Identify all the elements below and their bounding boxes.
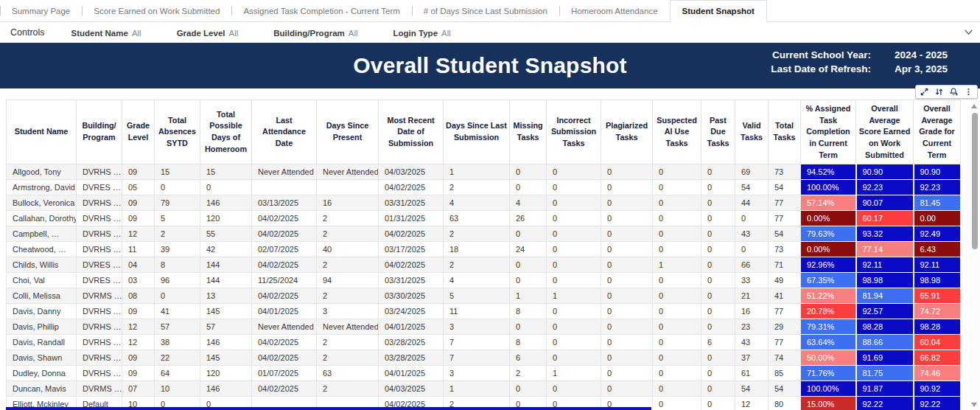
table-cell[interactable]: 145 xyxy=(200,304,252,319)
scrollbar-thumb[interactable] xyxy=(972,113,978,249)
table-cell[interactable]: DVRHS … xyxy=(77,242,122,257)
table-cell[interactable]: 4 xyxy=(444,273,510,288)
table-cell[interactable]: 85 xyxy=(769,366,801,381)
table-cell[interactable]: DVRHS … xyxy=(77,366,122,381)
column-header-overall-average-grade-for-current-term[interactable]: Overall Average Grade for Current Term xyxy=(914,100,961,164)
table-cell[interactable]: 144 xyxy=(200,257,252,273)
table-cell[interactable]: Davis, Randall xyxy=(7,335,77,350)
table-cell[interactable]: Never Attended xyxy=(317,319,379,335)
table-cell[interactable]: 120 xyxy=(200,211,252,226)
table-cell[interactable]: 04/03/2025 xyxy=(379,164,444,180)
scroll-down-icon[interactable] xyxy=(971,403,977,407)
metric-cell[interactable]: 91.87 xyxy=(856,381,914,397)
table-cell[interactable]: 0 xyxy=(547,257,601,273)
table-cell[interactable]: 0 xyxy=(601,195,653,211)
table-cell[interactable]: 09 xyxy=(122,211,155,226)
table-cell[interactable]: 0 xyxy=(601,257,653,273)
table-cell[interactable]: 18 xyxy=(444,242,510,257)
vertical-scrollbar[interactable] xyxy=(970,101,979,410)
table-cell[interactable]: 04/03/2025 xyxy=(379,381,444,397)
table-cell[interactable]: 21 xyxy=(735,288,769,304)
table-cell[interactable]: DVRHS … xyxy=(77,319,122,335)
table-cell[interactable]: DVRES … xyxy=(77,180,122,195)
table-cell[interactable]: DVRHS … xyxy=(77,164,122,180)
table-cell[interactable]: DVRMS … xyxy=(77,288,122,304)
table-cell[interactable]: 10 xyxy=(155,381,200,397)
column-header-incorrect-submission-tasks[interactable]: Incorrect Submission Tasks xyxy=(547,100,601,164)
table-cell[interactable]: 0 xyxy=(653,211,701,226)
table-cell[interactable]: 0 xyxy=(701,195,735,211)
table-cell[interactable]: 0 xyxy=(547,304,601,319)
table-cell[interactable]: 61 xyxy=(735,366,769,381)
table-cell[interactable]: 8 xyxy=(510,335,547,350)
table-cell[interactable]: 5 xyxy=(155,211,200,226)
table-cell[interactable]: DVRMS … xyxy=(77,381,122,397)
table-cell[interactable]: 49 xyxy=(769,273,801,288)
table-cell[interactable]: 42 xyxy=(200,242,252,257)
table-cell[interactable]: 0 xyxy=(653,304,701,319)
table-cell[interactable]: 0 xyxy=(601,273,653,288)
metric-cell[interactable]: 0.00% xyxy=(801,242,856,257)
table-cell[interactable]: 0 xyxy=(701,304,735,319)
table-cell[interactable]: 0 xyxy=(601,366,653,381)
metric-cell[interactable]: 94.52% xyxy=(801,164,856,180)
table-cell[interactable]: 03/28/2025 xyxy=(379,350,444,366)
table-cell[interactable]: Davis, Danny xyxy=(7,304,77,319)
table-cell[interactable]: 54 xyxy=(769,226,801,242)
column-header-days-since-present[interactable]: Days Since Present xyxy=(317,100,379,164)
table-cell[interactable]: 1 xyxy=(510,288,547,304)
table-cell[interactable]: 09 xyxy=(122,366,155,381)
table-cell[interactable]: 77 xyxy=(769,304,801,319)
table-cell[interactable]: 0 xyxy=(653,180,701,195)
table-cell[interactable]: 0 xyxy=(155,180,200,195)
table-cell[interactable]: 43 xyxy=(735,226,769,242)
table-cell[interactable]: Armstrong, David xyxy=(7,180,77,195)
metric-cell[interactable]: 60.17 xyxy=(856,211,914,226)
table-cell[interactable]: 03/24/2025 xyxy=(379,304,444,319)
metric-cell[interactable]: 98.28 xyxy=(914,319,961,335)
table-cell[interactable]: 6 xyxy=(701,335,735,350)
table-cell[interactable]: 26 xyxy=(510,211,547,226)
table-cell[interactable]: 8 xyxy=(155,257,200,273)
table-cell[interactable]: 2 xyxy=(317,257,379,273)
table-cell[interactable]: 11/25/2024 xyxy=(252,273,317,288)
table-cell[interactable]: Never Attended xyxy=(252,319,317,335)
table-cell[interactable]: 33 xyxy=(735,273,769,288)
table-cell[interactable]: 74 xyxy=(769,350,801,366)
column-header-suspected-ai-use-tasks[interactable]: Suspected AI Use Tasks xyxy=(653,100,701,164)
metric-cell[interactable]: 90.90 xyxy=(914,164,961,180)
tab-student-snapshot[interactable]: Student Snapshot xyxy=(670,0,767,22)
table-cell[interactable]: 57 xyxy=(155,319,200,335)
column-header-missing-tasks[interactable]: Missing Tasks xyxy=(510,100,547,164)
metric-cell[interactable]: 57.14% xyxy=(801,195,856,211)
table-cell[interactable]: 0 xyxy=(547,381,601,397)
table-cell[interactable]: 22 xyxy=(155,350,200,366)
table-cell[interactable]: 54 xyxy=(769,381,801,397)
metric-cell[interactable]: 0.00% xyxy=(801,211,856,226)
column-header-grade-level[interactable]: Grade Level xyxy=(122,100,155,164)
table-cell[interactable]: Davis, Phillip xyxy=(7,319,77,335)
table-cell[interactable]: 0 xyxy=(701,242,735,257)
table-cell[interactable]: 0 xyxy=(701,381,735,397)
table-cell[interactable]: 0 xyxy=(510,180,547,195)
table-cell[interactable]: 0 xyxy=(653,319,701,335)
table-cell[interactable]: 0 xyxy=(601,211,653,226)
table-cell[interactable]: 64 xyxy=(155,366,200,381)
table-cell[interactable]: Cheatwood, … xyxy=(7,242,77,257)
table-cell[interactable] xyxy=(252,180,317,195)
table-cell[interactable]: 0 xyxy=(653,195,701,211)
column-header-plagiarized-tasks[interactable]: Plagiarized Tasks xyxy=(601,100,653,164)
table-cell[interactable]: 04/01/2025 xyxy=(379,319,444,335)
table-cell[interactable]: 0 xyxy=(155,288,200,304)
table-cell[interactable]: 41 xyxy=(155,304,200,319)
metric-cell[interactable]: 77.14 xyxy=(856,242,914,257)
table-cell[interactable]: 63 xyxy=(444,211,510,226)
table-cell[interactable]: 0 xyxy=(601,164,653,180)
table-cell[interactable]: Never Attended xyxy=(252,164,317,180)
table-cell[interactable]: 0 xyxy=(510,257,547,273)
table-cell[interactable]: Colli, Melissa xyxy=(7,288,77,304)
table-cell[interactable]: 0 xyxy=(601,242,653,257)
table-cell[interactable]: 04/02/2025 xyxy=(379,180,444,195)
table-cell[interactable]: 37 xyxy=(735,350,769,366)
metric-cell[interactable]: 71.76% xyxy=(801,366,856,381)
